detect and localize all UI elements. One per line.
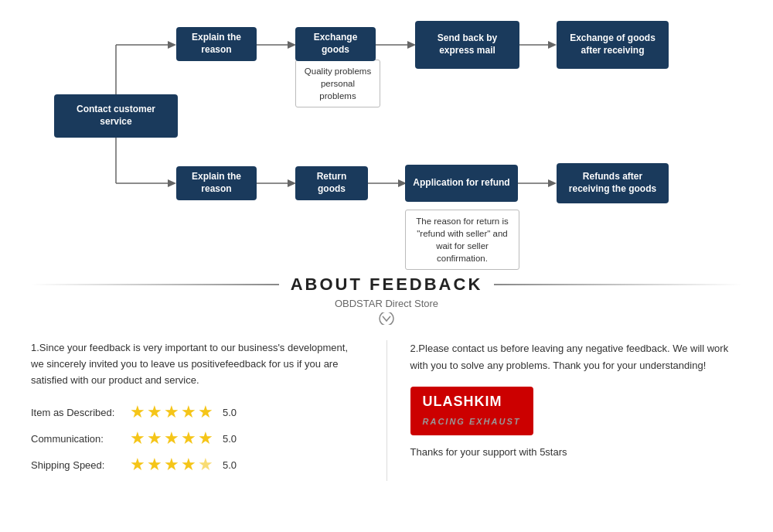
title-line-right <box>494 284 742 285</box>
feedback-chevron <box>31 312 742 329</box>
svg-marker-11 <box>168 179 176 187</box>
feedback-title-row: ABOUT FEEDBACK <box>31 275 742 295</box>
svg-point-18 <box>380 312 393 325</box>
brand-name: ULASHKIM <box>423 394 502 409</box>
feedback-col-right: 2.Please contact us before leaving any n… <box>387 340 743 481</box>
svg-marker-3 <box>168 41 176 49</box>
star-1-3: ★ <box>164 402 179 422</box>
rating-row-3: Shipping Speed: ★ ★ ★ ★ ★ 5.0 <box>31 455 363 475</box>
rating-row-1: Item as Described: ★ ★ ★ ★ ★ 5.0 <box>31 402 363 422</box>
stars-1: ★ ★ ★ ★ ★ <box>130 402 213 422</box>
rating-score-2: 5.0 <box>223 433 237 445</box>
brand-logo-container: ULASHKIM RACING EXHAUST <box>410 387 743 442</box>
top-exchange-box: Exchange goods <box>295 27 376 61</box>
star-2-5: ★ <box>198 428 213 448</box>
brand-logo: ULASHKIM RACING EXHAUST <box>410 387 533 435</box>
rating-label-3: Shipping Speed: <box>31 459 124 471</box>
rating-score-3: 5.0 <box>223 459 237 471</box>
star-2-1: ★ <box>130 428 145 448</box>
star-1-2: ★ <box>147 402 162 422</box>
title-line-left <box>31 284 279 285</box>
return-goods-box: Return goods <box>295 166 368 200</box>
rating-label-2: Communication: <box>31 433 124 445</box>
flowchart-container: Contact customer service Explain the rea… <box>15 12 758 251</box>
feedback-subtitle: OBDSTAR Direct Store <box>31 298 742 309</box>
rating-label-1: Item as Described: <box>31 407 124 418</box>
application-refund-box: Application for refund <box>405 165 518 202</box>
right-text: 2.Please contact us before leaving any n… <box>410 340 743 374</box>
star-1-5: ★ <box>198 402 213 422</box>
svg-marker-9 <box>548 41 557 49</box>
feedback-columns: 1.Since your feedback is very important … <box>31 340 742 481</box>
flowchart-section: Contact customer service Explain the rea… <box>0 0 773 259</box>
star-3-5: ★ <box>198 455 213 475</box>
bottom-note-box: The reason for return is "refund with se… <box>405 210 519 270</box>
stars-3: ★ ★ ★ ★ ★ <box>130 455 213 475</box>
thanks-text: Thanks for your support with 5stars <box>410 446 743 458</box>
star-3-3: ★ <box>164 455 179 475</box>
bottom-explain-box: Explain the reason <box>176 166 257 200</box>
star-2-2: ★ <box>147 428 162 448</box>
start-box: Contact customer service <box>54 94 178 138</box>
star-1-1: ★ <box>130 402 145 422</box>
top-sendback-box: Send back by express mail <box>415 21 519 69</box>
star-1-4: ★ <box>181 402 196 422</box>
feedback-col-left: 1.Since your feedback is very important … <box>31 340 387 481</box>
refunds-after-box: Refunds after receiving the goods <box>557 163 669 203</box>
stars-2: ★ ★ ★ ★ ★ <box>130 428 213 448</box>
left-text: 1.Since your feedback is very important … <box>31 340 363 388</box>
feedback-section: ABOUT FEEDBACK OBDSTAR Direct Store 1.Si… <box>0 259 773 496</box>
top-explain-box: Explain the reason <box>176 27 257 61</box>
svg-marker-17 <box>548 179 557 187</box>
star-3-4: ★ <box>181 455 196 475</box>
feedback-title: ABOUT FEEDBACK <box>291 275 483 295</box>
star-2-3: ★ <box>164 428 179 448</box>
rating-row-2: Communication: ★ ★ ★ ★ ★ 5.0 <box>31 428 363 448</box>
star-3-1: ★ <box>130 455 145 475</box>
star-2-4: ★ <box>181 428 196 448</box>
top-exchange-after-box: Exchange of goods after receiving <box>557 21 669 69</box>
top-note-box: Quality problems personal problems <box>295 60 380 107</box>
star-3-2: ★ <box>147 455 162 475</box>
rating-score-1: 5.0 <box>223 407 237 418</box>
brand-sub: RACING EXHAUST <box>423 417 521 426</box>
